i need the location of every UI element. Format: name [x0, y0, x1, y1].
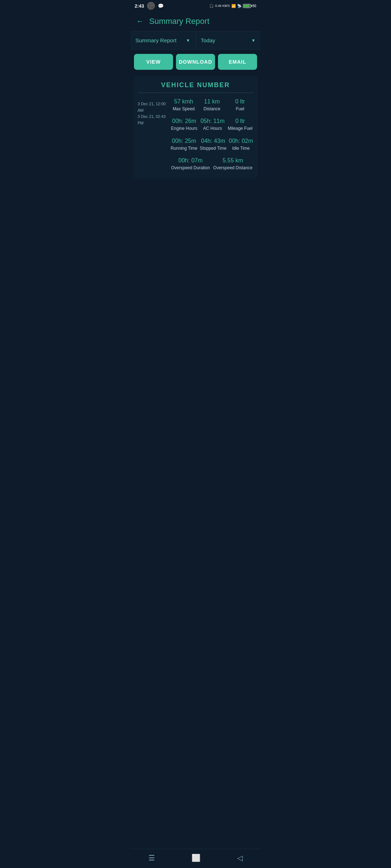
mileage-fuel-stat: 0 ltr Mileage Fuel [228, 118, 253, 131]
overspeed-distance-value: 5.55 km [223, 157, 243, 165]
status-bar: 2:43 📞 💬 🎧 0.46 KB/S 📶 📡 86 [130, 0, 261, 12]
call-icon: 📞 [147, 2, 155, 10]
fuel-label: Fuel [236, 106, 244, 112]
overspeed-distance-stat: 5.55 km Overspeed Distance [213, 157, 253, 171]
running-time-value: 00h: 25m [172, 137, 196, 145]
headphone-icon: 🎧 [209, 4, 214, 8]
overspeed-distance-label: Overspeed Distance [213, 165, 253, 171]
stats-row-2: 00h: 26m Engine Hours 05h: 11m AC Hours … [170, 118, 253, 131]
report-type-dropdown[interactable]: Summary Report ▼ [130, 31, 196, 49]
stats-row-1: 57 kmh Max Speed 11 km Distance 0 ltr Fu… [170, 98, 253, 112]
status-bar-right: 🎧 0.46 KB/S 📶 📡 86 [209, 4, 256, 8]
engine-hours-value: 00h: 26m [172, 118, 196, 125]
overspeed-duration-value: 00h: 07m [178, 157, 203, 165]
download-button[interactable]: DOWNLOAD [176, 54, 215, 70]
distance-label: Distance [203, 106, 220, 112]
page-title: Summary Report [149, 17, 209, 26]
stats-row-4: 00h: 07m Overspeed Duration 5.55 km Over… [170, 157, 253, 171]
date-from: 3 Dec 21, 12:00 AM [138, 102, 166, 112]
vehicle-number: VEHICLE NUMBER [138, 81, 253, 89]
report-type-label: Summary Report [135, 37, 176, 43]
fuel-value: 0 ltr [235, 98, 245, 106]
max-speed-value: 57 kmh [174, 98, 193, 106]
status-bar-left: 2:43 📞 💬 [135, 2, 164, 10]
back-button[interactable]: ← [136, 17, 144, 26]
battery-icon [243, 4, 251, 8]
running-time-label: Running Time [171, 146, 197, 152]
overspeed-duration-label: Overspeed Duration [171, 165, 210, 171]
max-speed-label: Max Speed [173, 106, 195, 112]
action-buttons: VIEW DOWNLOAD EMAIL [130, 50, 261, 74]
date-to: 3 Dec 21, 02:43 PM [138, 114, 166, 125]
stats-layout: 3 Dec 21, 12:00 AM 3 Dec 21, 02:43 PM 57… [138, 98, 253, 171]
stopped-time-value: 04h: 43m [201, 137, 225, 145]
filter-row: Summary Report ▼ Today ▼ [130, 31, 261, 50]
ac-hours-label: AC Hours [203, 126, 222, 132]
network-speed: 0.46 KB/S [215, 4, 230, 8]
engine-hours-stat: 00h: 26m Engine Hours [171, 118, 197, 131]
period-dropdown[interactable]: Today ▼ [196, 31, 261, 49]
engine-hours-label: Engine Hours [171, 126, 197, 132]
distance-value: 11 km [204, 98, 220, 106]
max-speed-stat: 57 kmh Max Speed [173, 98, 195, 112]
stopped-time-label: Stopped Time [200, 146, 227, 152]
distance-stat: 11 km Distance [201, 98, 223, 112]
idle-time-stat: 00h: 02m Idle Time [229, 137, 253, 151]
signal-icon: 📡 [237, 4, 241, 8]
ac-hours-stat: 05h: 11m AC Hours [201, 118, 225, 131]
idle-time-label: Idle Time [232, 146, 250, 152]
empty-space [130, 184, 261, 256]
card-divider [138, 93, 253, 93]
running-time-stat: 00h: 25m Running Time [171, 137, 197, 151]
date-range: 3 Dec 21, 12:00 AM 3 Dec 21, 02:43 PM [138, 101, 170, 126]
overspeed-duration-stat: 00h: 07m Overspeed Duration [171, 157, 210, 171]
date-range-col: 3 Dec 21, 12:00 AM 3 Dec 21, 02:43 PM [138, 98, 170, 171]
header: ← Summary Report [130, 12, 261, 31]
stats-row-3: 00h: 25m Running Time 04h: 43m Stopped T… [170, 137, 253, 151]
time: 2:43 [135, 3, 144, 9]
battery-percent: 86 [252, 4, 256, 8]
whatsapp-icon: 💬 [158, 3, 164, 9]
view-button[interactable]: VIEW [134, 54, 173, 70]
fuel-stat: 0 ltr Fuel [229, 98, 251, 112]
period-arrow-icon: ▼ [251, 38, 256, 43]
stopped-time-stat: 04h: 43m Stopped Time [200, 137, 227, 151]
stats-right-col: 57 kmh Max Speed 11 km Distance 0 ltr Fu… [170, 98, 253, 171]
idle-time-value: 00h: 02m [229, 137, 253, 145]
wifi-icon: 📶 [231, 4, 236, 8]
period-label: Today [201, 37, 215, 43]
email-button[interactable]: EMAIL [218, 54, 257, 70]
mileage-fuel-label: Mileage Fuel [228, 126, 253, 132]
vehicle-card: VEHICLE NUMBER 3 Dec 21, 12:00 AM 3 Dec … [133, 76, 258, 178]
mileage-fuel-value: 0 ltr [235, 118, 245, 125]
report-type-arrow-icon: ▼ [186, 38, 190, 43]
ac-hours-value: 05h: 11m [201, 118, 225, 125]
